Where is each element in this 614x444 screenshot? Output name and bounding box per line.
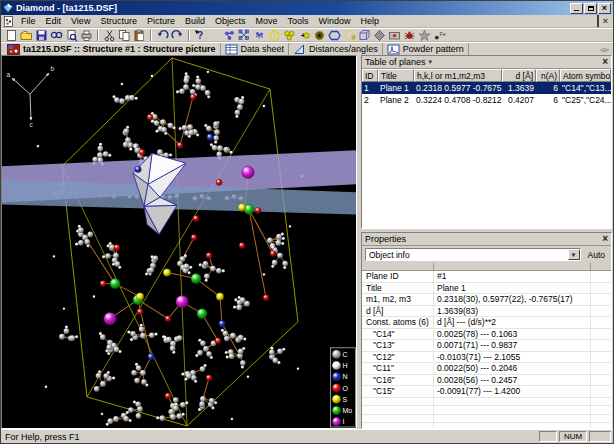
column-header-h-k-l-or-m1-m2-m3[interactable]: h,k,l or m1,m2,m3 [414, 69, 502, 82]
print-button[interactable] [79, 29, 94, 42]
atom-O[interactable] [165, 393, 171, 399]
menu-structure[interactable]: Structure [95, 15, 142, 28]
document-system-icon[interactable] [3, 16, 14, 27]
open-button[interactable] [19, 29, 34, 42]
rotate-button[interactable] [342, 29, 357, 42]
column-header-d[interactable]: d [Å] [502, 69, 536, 82]
diamond-button[interactable] [372, 29, 387, 42]
render-button[interactable] [387, 29, 402, 42]
atom-O[interactable] [114, 245, 120, 251]
menu-move[interactable]: Move [250, 15, 282, 28]
chevron-down-icon[interactable]: ▼ [568, 249, 580, 260]
table-of-planes-header[interactable]: Table of planes ▾ × [362, 56, 611, 69]
menu-tools[interactable]: Tools [282, 15, 313, 28]
property-row[interactable]: "C13"0.0071(71) --- 0.9837 [362, 340, 611, 352]
tab-scroll-right-button[interactable]: ▹ [605, 45, 609, 54]
atom-N[interactable] [219, 321, 225, 327]
fe-button[interactable]: Fe [432, 29, 447, 42]
child-close-button[interactable]: × [603, 17, 608, 26]
property-row[interactable]: m1, m2, m30.2318(30), 0.5977(22), -0.767… [362, 294, 611, 306]
menu-picture[interactable]: Picture [142, 15, 180, 28]
structure-canvas[interactable]: abcCHNOSMoI [2, 56, 356, 428]
cut-button[interactable] [102, 29, 117, 42]
atom-I[interactable] [242, 166, 254, 178]
atom-O[interactable] [215, 338, 221, 344]
atom-O[interactable] [190, 94, 196, 100]
find-button[interactable] [49, 29, 64, 42]
tab-distances-angles[interactable]: Distances/angles [289, 43, 383, 56]
table-of-planes-close-icon[interactable]: × [602, 57, 608, 67]
atom-S[interactable] [238, 204, 246, 212]
atom-O[interactable] [263, 295, 269, 301]
plane-row-2[interactable]: 2Plane 20.3224 0.4708 -0.82120.42076"C25… [362, 94, 611, 106]
menu-window[interactable]: Window [313, 15, 355, 28]
atom-O[interactable] [270, 251, 276, 257]
atom-I[interactable] [176, 295, 188, 307]
child-restore-button[interactable] [597, 16, 599, 26]
panel-dropdown-icon[interactable]: ▾ [429, 58, 433, 66]
properties-header[interactable]: Properties × [362, 233, 611, 246]
menu-view[interactable]: View [66, 15, 95, 28]
minimize-button[interactable] [570, 3, 583, 14]
atom-O[interactable] [206, 375, 212, 381]
polyhedron-button[interactable] [267, 29, 282, 42]
menu-help[interactable]: Help [356, 15, 385, 28]
new-button[interactable] [4, 29, 19, 42]
menu-file[interactable]: File [16, 15, 41, 28]
atom-O[interactable] [191, 234, 197, 240]
atom-S[interactable] [136, 293, 144, 301]
atom-N[interactable] [135, 166, 141, 172]
auto-button[interactable]: Auto [585, 250, 609, 260]
atom-O[interactable] [147, 114, 153, 120]
atom-O[interactable] [255, 207, 261, 213]
fragment-button[interactable] [252, 29, 267, 42]
undo-button[interactable] [155, 29, 170, 42]
tab-scroll-left-button[interactable]: ◃ [600, 45, 604, 54]
hexagon-button[interactable] [327, 29, 342, 42]
property-row[interactable]: "C14"0.0025(78) --- 0.1063 [362, 329, 611, 341]
atom-O[interactable] [177, 142, 183, 148]
molecule-button[interactable] [237, 29, 252, 42]
star-button[interactable] [417, 29, 432, 42]
help-button[interactable]: ? [193, 29, 208, 42]
column-header-n-a[interactable]: n(A) [536, 69, 560, 82]
atoms-button[interactable] [222, 29, 237, 42]
filled-circle-button[interactable] [312, 29, 327, 42]
column-header-title[interactable]: Title [378, 69, 414, 82]
atom-Mo[interactable] [191, 274, 201, 284]
atom-Mo[interactable] [197, 309, 207, 319]
atom-O[interactable] [216, 179, 222, 185]
atom-N[interactable] [148, 354, 154, 360]
cell-button[interactable] [357, 29, 372, 42]
redo-button[interactable] [170, 29, 185, 42]
column-header-atom-symbols[interactable]: Atom symbols [560, 69, 611, 82]
atom-O[interactable] [239, 243, 245, 249]
menu-edit[interactable]: Edit [41, 15, 67, 28]
atom-I[interactable] [104, 312, 116, 324]
tab-powder-pattern[interactable]: Powder pattern [383, 43, 469, 56]
print-preview-button[interactable] [64, 29, 79, 42]
add-atom-button[interactable]: + [297, 29, 312, 42]
atom-O[interactable] [206, 253, 212, 259]
app-icon[interactable] [3, 3, 13, 13]
property-row[interactable]: "C15"-0.0091(77) --- 1.4200 [362, 386, 611, 398]
menu-objects[interactable]: Objects [210, 15, 251, 28]
atom-O[interactable] [100, 281, 106, 287]
tab-ta1215-dsf-structure-1-structure-picture[interactable]: ta1215.DSF :: Structure #1 : Structure p… [3, 43, 221, 56]
property-row[interactable]: "C11"0.0022(50) --- 0.2046 [362, 363, 611, 375]
property-row[interactable]: "C12"-0.0103(71) --- 2.1055 [362, 352, 611, 364]
column-header-id[interactable]: ID [362, 69, 378, 82]
property-row[interactable]: TitlePlane 1 [362, 283, 611, 295]
properties-mode-select[interactable]: Object info ▼ [365, 248, 581, 261]
atom-S[interactable] [163, 269, 171, 277]
spider-button[interactable] [402, 29, 417, 42]
cluster-button[interactable] [282, 29, 297, 42]
property-row[interactable]: Const. atoms (6)d [Å] --- (d/s)**2 [362, 317, 611, 329]
atom-Mo[interactable] [110, 279, 120, 289]
atom-O[interactable] [139, 149, 145, 155]
save-button[interactable] [34, 29, 49, 42]
atom-O[interactable] [165, 316, 171, 322]
atom-O[interactable] [193, 215, 199, 221]
copy-button[interactable] [117, 29, 132, 42]
tab-data-sheet[interactable]: Data sheet [221, 43, 290, 56]
